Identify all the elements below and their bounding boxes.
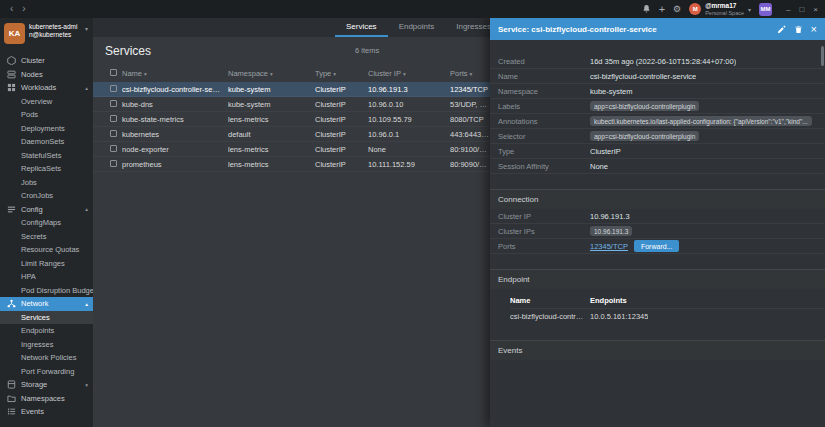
section-title-endpoint: Endpoint: [490, 269, 825, 289]
scrollbar[interactable]: [821, 46, 824, 66]
sort-icon: ▾: [403, 71, 406, 77]
label-badge: app=csi-bizflycloud-controllerplugin: [590, 101, 699, 111]
sidebar-item-pods[interactable]: Pods: [0, 108, 93, 122]
notifications-bell-icon[interactable]: [642, 4, 651, 14]
tab-endpoints[interactable]: Endpoints: [388, 18, 446, 37]
column-header-namespace[interactable]: Namespace▾: [228, 69, 315, 78]
row-checkbox[interactable]: [110, 160, 117, 167]
forward-icon[interactable]: ›: [22, 4, 25, 14]
gear-icon[interactable]: ⚙: [673, 5, 681, 14]
sidebar-item-config[interactable]: Config ▴: [0, 203, 93, 217]
field-value: kube-system: [590, 87, 633, 96]
field-cluster-ip: Cluster IP 10.96.191.3: [490, 209, 825, 224]
tab-services[interactable]: Services: [335, 18, 388, 37]
field-value: csi-bizflycloud-controller-service: [590, 72, 696, 81]
close-window-button[interactable]: ×: [813, 5, 818, 14]
column-header-name[interactable]: Name▾: [122, 69, 228, 78]
field-label: Cluster IP: [498, 212, 590, 221]
account-menu[interactable]: M @mrma17 Personal Space ▾: [689, 2, 751, 15]
sidebar-item-jobs[interactable]: Jobs: [0, 176, 93, 190]
field-type: Type ClusterIP: [490, 144, 825, 159]
section-title-connection: Connection: [490, 189, 825, 209]
chevron-down-icon: ▾: [748, 6, 751, 13]
sidebar-item-network-policies[interactable]: Network Policies: [0, 351, 93, 365]
row-checkbox[interactable]: [110, 115, 117, 122]
account-avatar: M: [689, 3, 701, 15]
sidebar-item-label: Workloads: [21, 83, 56, 92]
cell-type: ClusterIP: [315, 115, 368, 124]
sidebar-item-storage[interactable]: Storage ▾: [0, 378, 93, 392]
field-session-affinity: Session Affinity None: [490, 159, 825, 174]
endpoint-row[interactable]: csi-bizflycloud-controller-service 10.0.…: [510, 308, 825, 323]
field-label: Type: [498, 147, 590, 156]
field-value: 10.96.191.3: [590, 212, 630, 221]
field-cluster-ips: Cluster IPs 10.96.191.3: [490, 224, 825, 239]
field-selector: Selector app=csi-bizflycloud-controllerp…: [490, 129, 825, 144]
field-name: Name csi-bizflycloud-controller-service: [490, 69, 825, 84]
forward-button[interactable]: Forward...: [634, 240, 680, 252]
user-avatar[interactable]: MM: [759, 3, 772, 16]
account-handle: @mrma17: [705, 2, 744, 9]
delete-icon[interactable]: [794, 25, 803, 34]
sidebar-item-configmaps[interactable]: ConfigMaps: [0, 216, 93, 230]
add-icon[interactable]: +: [659, 4, 665, 15]
drawer-header: Service: csi-bizflycloud-controller-serv…: [490, 18, 825, 40]
sidebar-item-cluster[interactable]: Cluster: [0, 54, 93, 68]
sidebar-item-ingresses[interactable]: Ingresses: [0, 338, 93, 352]
column-header-type[interactable]: Type▾: [315, 69, 368, 78]
detail-drawer: Service: csi-bizflycloud-controller-serv…: [490, 18, 825, 427]
field-label: Annotations: [498, 117, 590, 126]
field-label: Created: [498, 57, 590, 66]
sidebar-item-cronjobs[interactable]: CronJobs: [0, 189, 93, 203]
sidebar-item-statefulsets[interactable]: StatefulSets: [0, 149, 93, 163]
cluster-switcher[interactable]: KA kubernetes-admin@kubernetes ▾: [0, 18, 93, 54]
sidebar-item-namespaces[interactable]: Namespaces: [0, 392, 93, 406]
sidebar-item-resource-quotas[interactable]: Resource Quotas: [0, 243, 93, 257]
sidebar-item-endpoints[interactable]: Endpoints: [0, 324, 93, 338]
cell-cluster-ip: 10.109.55.79: [368, 115, 450, 124]
sidebar-item-network[interactable]: Network ▴: [0, 297, 93, 311]
cluster-ip-badge: 10.96.191.3: [590, 226, 632, 236]
namespaces-icon: [6, 394, 16, 403]
sidebar-item-events[interactable]: Events: [0, 405, 93, 419]
sidebar-item-secrets[interactable]: Secrets: [0, 230, 93, 244]
close-drawer-icon[interactable]: ×: [811, 24, 817, 35]
endpoint-name: csi-bizflycloud-controller-service: [510, 312, 590, 321]
field-label: Labels: [498, 102, 590, 111]
sidebar-item-services[interactable]: Services: [0, 311, 93, 325]
cell-cluster-ip: 10.96.0.1: [368, 130, 450, 139]
sidebar-item-overview[interactable]: Overview: [0, 95, 93, 109]
field-label: Cluster IPs: [498, 227, 590, 236]
sidebar-item-daemonsets[interactable]: DaemonSets: [0, 135, 93, 149]
sidebar-item-workloads[interactable]: Workloads ▴: [0, 81, 93, 95]
sidebar-item-limit-ranges[interactable]: Limit Ranges: [0, 257, 93, 271]
sidebar-item-replicasets[interactable]: ReplicaSets: [0, 162, 93, 176]
window-controls: – □ ×: [780, 5, 818, 14]
cell-cluster-ip: None: [368, 145, 450, 154]
minimize-button[interactable]: –: [786, 5, 790, 14]
maximize-button[interactable]: □: [799, 5, 804, 14]
cell-name: kube-dns: [122, 100, 228, 109]
sidebar-item-hpa[interactable]: HPA: [0, 270, 93, 284]
row-checkbox[interactable]: [110, 100, 117, 107]
sidebar-item-label: Namespaces: [21, 394, 65, 403]
row-checkbox[interactable]: [110, 85, 117, 92]
port-link[interactable]: 12345/TCP: [590, 242, 628, 251]
back-icon[interactable]: ‹: [10, 4, 13, 14]
select-all-checkbox[interactable]: [110, 69, 117, 76]
column-header-cluster-ip[interactable]: Cluster IP▾: [368, 69, 450, 78]
drawer-actions: ×: [777, 24, 817, 35]
sidebar-item-label: Nodes: [21, 70, 43, 79]
endpoint-table-header: Name Endpoints: [510, 293, 825, 308]
row-checkbox[interactable]: [110, 145, 117, 152]
sidebar-item-pod-disruption-budgets[interactable]: Pod Disruption Budgets: [0, 284, 93, 298]
cluster-avatar: KA: [4, 23, 25, 44]
cell-type: ClusterIP: [315, 85, 368, 94]
sort-icon: ▾: [333, 71, 336, 77]
sidebar-item-port-forwarding[interactable]: Port Forwarding: [0, 365, 93, 379]
chevron-up-icon: ▴: [85, 85, 88, 91]
row-checkbox[interactable]: [110, 130, 117, 137]
sidebar-item-deployments[interactable]: Deployments: [0, 122, 93, 136]
sidebar-item-nodes[interactable]: Nodes: [0, 68, 93, 82]
edit-icon[interactable]: [777, 25, 786, 34]
